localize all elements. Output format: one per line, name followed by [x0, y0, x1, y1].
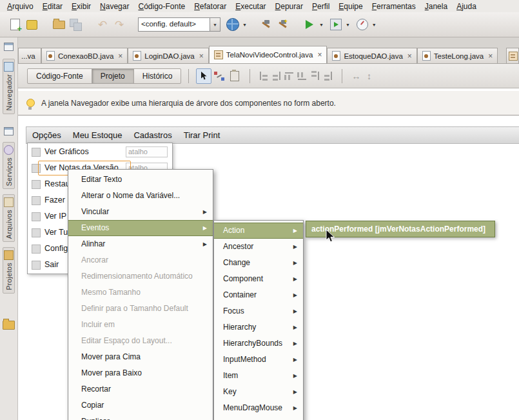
events-submenu-item[interactable]: Hierarchy▶ — [214, 319, 303, 335]
menu-item-label: Vincular — [81, 207, 109, 216]
document-tab-estoquedao[interactable]: EstoqueDAO.java × — [327, 48, 416, 63]
close-icon[interactable]: × — [407, 52, 412, 60]
submenu-arrow-icon: ▶ — [293, 239, 297, 255]
menubar-item-ferramentas[interactable]: Ferramentas — [367, 2, 420, 11]
menubar-item-refatorar[interactable]: Refatorar — [190, 2, 231, 11]
dock-tab-servicos[interactable]: Serviços — [3, 142, 15, 190]
minimized-window-icon[interactable] — [4, 127, 14, 135]
events-submenu-item[interactable]: Key▶ — [214, 384, 303, 400]
designed-menu-item[interactable]: Ver Gráficos atalho — [28, 144, 172, 160]
lightbulb-icon — [26, 99, 35, 107]
close-icon[interactable]: × — [317, 51, 322, 59]
debug-dropdown-icon[interactable]: ▼ — [346, 23, 350, 27]
globe-dropdown-icon[interactable]: ▼ — [242, 23, 247, 27]
profile-dropdown-icon[interactable]: ▼ — [372, 23, 377, 27]
submenu-arrow-icon: ▶ — [293, 255, 297, 271]
context-menu-item[interactable]: Vincular▶ — [68, 204, 213, 220]
context-menu-item[interactable]: Recortar — [68, 381, 213, 397]
close-icon[interactable]: × — [199, 52, 204, 60]
designed-menu-meu-estoque[interactable]: Meu Estoque — [67, 130, 128, 140]
profile-project-button[interactable] — [354, 16, 371, 33]
designed-menu-cadastros[interactable]: Cadastros — [128, 130, 177, 140]
dock-tab-label: Navegador — [5, 74, 13, 111]
context-menu-item[interactable]: Editar Texto — [68, 172, 213, 188]
menu-item-label: Hierarchy — [223, 323, 256, 332]
submenu-arrow-icon: ▶ — [293, 368, 297, 384]
run-dropdown-icon[interactable]: ▼ — [319, 23, 324, 27]
menu-item-icon-placeholder — [32, 180, 41, 189]
submenu-arrow-icon: ▶ — [293, 352, 297, 368]
events-submenu-item[interactable]: Focus▶ — [214, 303, 303, 319]
history-view-button[interactable]: Histórico — [133, 68, 182, 84]
document-tab[interactable]: ...va — [18, 48, 41, 63]
clean-build-button[interactable]: ✦ — [274, 16, 291, 33]
menubar-item-codigo-fonte[interactable]: Código-Fonte — [133, 2, 190, 11]
menubar-item-janela[interactable]: Janela — [420, 2, 452, 11]
connection-mode-button[interactable] — [211, 68, 227, 84]
menubar-item-executar[interactable]: Executar — [231, 2, 270, 11]
events-submenu-item[interactable]: MenuDragMouse▶ — [214, 400, 303, 416]
context-menu-item[interactable]: Mover para Cima — [68, 349, 213, 365]
menubar-item-exibir[interactable]: Exibir — [67, 2, 95, 11]
dock-tab-projetos[interactable]: Projetos — [3, 247, 15, 294]
events-submenu-item[interactable]: InputMethod▶ — [214, 352, 303, 368]
events-submenu-item[interactable]: Ancestor▶ — [214, 239, 303, 255]
close-icon[interactable]: × — [488, 52, 493, 60]
shortcut-field[interactable]: atalho — [126, 146, 168, 157]
designed-menu-opcoes[interactable]: Opções — [26, 130, 67, 140]
close-icon[interactable]: × — [118, 52, 122, 60]
context-menu-item[interactable]: Alterar o Nome da Variável... — [68, 188, 213, 204]
context-menu-item-eventos[interactable]: Eventos▶ — [68, 220, 213, 236]
menubar-item-perfil[interactable]: Perfil — [308, 2, 334, 11]
menu-item-label: Mover para Cima — [81, 352, 141, 361]
context-menu-item[interactable]: Copiar — [68, 397, 213, 414]
menubar-item-ajuda[interactable]: Ajuda — [452, 2, 481, 11]
events-submenu-item[interactable]: HierarchyBounds▶ — [214, 335, 303, 352]
document-tab-telanovivideocontrol[interactable]: TelaNoviVideoControl.java × — [209, 46, 328, 63]
build-project-button[interactable] — [257, 16, 274, 33]
events-submenu-item-action[interactable]: Action▶ — [214, 223, 303, 239]
document-tab-partial[interactable] — [506, 48, 519, 63]
menu-item-label: Copiar — [81, 401, 104, 410]
menubar-item-arquivo[interactable]: Arquivo — [3, 2, 38, 11]
projects-folder-icon[interactable] — [3, 321, 15, 330]
source-view-button[interactable]: Código-Fonte — [27, 68, 92, 84]
events-submenu-item[interactable]: Change▶ — [214, 255, 303, 271]
events-submenu-item[interactable]: Container▶ — [214, 287, 303, 303]
mouse-cursor — [326, 229, 337, 247]
web-globe-button[interactable] — [224, 16, 241, 33]
menubar-item-depurar[interactable]: Depurar — [271, 2, 308, 11]
new-project-button[interactable] — [23, 16, 40, 33]
designed-menu-tirar-print[interactable]: Tirar Print — [178, 130, 226, 140]
tab-label: TelaNoviVideoControl.java — [226, 51, 313, 59]
menubar-item-navegar[interactable]: Navegar — [95, 2, 133, 11]
menu-item-label: Mover para Baixo — [81, 368, 142, 377]
redo-icon: ↷ — [115, 19, 124, 30]
open-project-button[interactable] — [50, 16, 67, 33]
events-submenu-item[interactable]: Component▶ — [214, 271, 303, 287]
run-project-button[interactable] — [301, 16, 318, 33]
preview-design-button[interactable] — [227, 68, 242, 84]
debug-project-button[interactable] — [328, 16, 344, 33]
menubar-item-equipe[interactable]: Equipe — [334, 2, 367, 11]
selection-mode-button[interactable] — [196, 68, 211, 84]
new-file-button[interactable]: + — [6, 16, 23, 33]
tab-label: EstoqueDAO.java — [344, 52, 402, 60]
minimized-window-icon[interactable] — [4, 43, 14, 51]
dock-tab-navegador[interactable]: Navegador — [3, 59, 15, 114]
submenu-arrow-icon: ▶ — [293, 223, 297, 238]
context-menu-item[interactable]: Alinhar▶ — [68, 236, 213, 252]
config-combobox-arrow[interactable]: ▼ — [210, 18, 220, 31]
design-view-button[interactable]: Projeto — [92, 68, 134, 84]
dock-tab-arquivos[interactable]: Arquivos — [3, 194, 15, 242]
menubar-item-editar[interactable]: Editar — [38, 2, 67, 11]
config-combobox[interactable]: <config. default> ▼ — [138, 17, 220, 32]
menu-item-label: MenuDragMouse — [223, 403, 282, 412]
document-tab-logindao[interactable]: LoginDAO.java × — [128, 48, 208, 63]
context-menu-item[interactable]: Mover para Baixo — [68, 365, 213, 381]
context-menu-item[interactable]: Duplicar — [68, 414, 213, 420]
events-submenu-item[interactable]: Item▶ — [214, 368, 303, 384]
events-submenu-item[interactable]: MenuKey▶ — [214, 416, 303, 420]
document-tab-testelong[interactable]: TesteLong.java × — [417, 48, 498, 63]
document-tab-conexaobd[interactable]: ConexaoBD.java × — [41, 48, 128, 63]
